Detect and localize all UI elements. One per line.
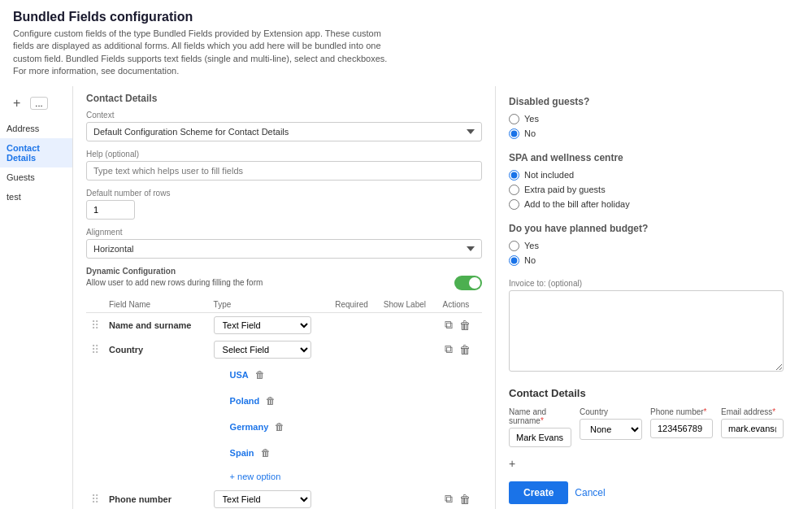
help-group: Help (optional) [86,150,482,181]
add-button[interactable]: + [7,93,27,114]
sidebar-header: + ... [0,93,72,119]
disabled-guests-no-radio[interactable] [509,128,519,139]
disabled-guests-title: Disabled guests? [509,96,784,107]
field-name-country: Country [104,337,209,362]
context-select[interactable]: Default Configuration Scheme for Contact… [86,122,482,141]
delete-btn-phone[interactable]: 🗑 [458,491,472,507]
spa-add-to-bill-label: Add to the bill after holiday [524,199,630,209]
sub-option-spain: Spain 🗑 [214,443,477,463]
sub-option-germany: Germany 🗑 [214,417,477,437]
alignment-select[interactable]: Horizontal [86,239,482,259]
col-required: Required [330,297,379,313]
budget-yes-label: Yes [524,241,539,250]
invoice-textarea[interactable] [509,290,784,372]
spa-extra-paid[interactable]: Extra paid by guests [509,185,784,195]
spa-add-to-bill-radio[interactable] [509,199,519,210]
spa-not-included[interactable]: Not included [509,170,784,181]
budget-no-radio[interactable] [509,255,519,266]
cd-field-country: Country None [580,407,642,447]
disabled-guests-yes-label: Yes [524,114,539,124]
sidebar: + ... Address Contact Details Guests tes… [0,86,73,509]
create-button[interactable]: Create [509,481,568,504]
help-input[interactable] [86,161,482,181]
plus-icon: + [509,457,515,470]
disabled-guests-no[interactable]: No [509,128,784,139]
cd-input-name[interactable] [509,428,571,447]
copy-btn-phone[interactable]: ⧉ [443,490,454,507]
copy-btn-name-surname[interactable]: ⧉ [443,316,454,333]
sidebar-item-address[interactable]: Address [0,119,72,138]
sidebar-item-guests[interactable]: Guests [0,167,72,187]
spa-title: SPA and wellness centre [509,152,784,163]
drag-handle[interactable]: ⠿ [86,312,104,337]
budget-yes[interactable]: Yes [509,241,784,251]
cd-row-1: Name and surname* Country None Phone num… [509,407,784,447]
delete-sub-option-poland[interactable]: 🗑 [264,394,277,408]
disabled-guests-yes-radio[interactable] [509,114,519,124]
contact-details-preview: Contact Details Name and surname* Countr… [509,387,784,504]
dots-button[interactable]: ... [30,97,47,110]
cd-field-name: Name and surname* [509,407,571,447]
budget-no[interactable]: No [509,255,784,266]
alignment-group: Alignment Horizontal [86,228,482,259]
cd-field-phone: Phone number* [650,407,713,447]
sub-option-row-poland: Poland 🗑 [86,388,482,414]
planned-budget-options: Yes No [509,241,784,266]
alignment-label: Alignment [86,228,482,237]
spa-section: SPA and wellness centre Not included Ext… [509,152,784,210]
sidebar-item-contact-details[interactable]: Contact Details [0,138,72,167]
spa-extra-paid-radio[interactable] [509,185,519,195]
delete-btn-name-surname[interactable]: 🗑 [458,317,472,333]
col-showlabel: Show Label [379,297,438,313]
col-actions: Actions [438,297,482,313]
cd-select-country[interactable]: None [580,419,642,440]
type-select-country[interactable]: Select Field [214,341,311,359]
drag-handle[interactable]: ⠿ [86,337,104,362]
default-rows-group: Default number of rows [86,189,482,220]
budget-yes-radio[interactable] [509,241,519,251]
disabled-guests-section: Disabled guests? Yes No [509,96,784,139]
section-title: Contact Details [86,93,482,104]
sub-option-germany-label: Germany [230,422,269,432]
delete-sub-option-spain[interactable]: 🗑 [259,446,272,460]
copy-btn-country[interactable]: ⧉ [443,341,454,358]
actions-country: ⧉ 🗑 [443,341,477,358]
contact-details-preview-title: Contact Details [509,387,784,399]
cd-input-email[interactable] [721,419,784,438]
dynamic-config-toggle[interactable] [454,276,482,290]
delete-btn-country[interactable]: 🗑 [458,342,472,358]
add-option-link[interactable]: + new option [214,469,477,484]
page-title: Bundled Fields configuration [0,0,812,28]
drag-handle[interactable]: ⠿ [86,487,104,509]
table-row: ⠿ Name and surname Text Field [86,312,482,337]
delete-sub-option-germany[interactable]: 🗑 [273,420,286,434]
dynamic-config-title: Dynamic Configuration [86,267,482,276]
spa-extra-paid-label: Extra paid by guests [524,185,606,194]
cd-add-row-button[interactable]: + [509,454,784,473]
col-drag [86,297,104,313]
invoice-label: Invoice to: (optional) [509,279,784,288]
planned-budget-title: Do you have planned budget? [509,223,784,234]
type-select-phone[interactable]: Text Field [214,490,311,508]
cd-input-phone[interactable] [650,419,713,438]
disabled-guests-yes[interactable]: Yes [509,114,784,124]
delete-sub-option-usa[interactable]: 🗑 [254,368,267,382]
dynamic-config: Dynamic Configuration Allow user to add … [86,267,482,290]
planned-budget-section: Do you have planned budget? Yes No [509,223,784,266]
spa-not-included-radio[interactable] [509,170,519,181]
default-rows-input[interactable] [86,200,135,220]
sidebar-item-test[interactable]: test [0,187,72,207]
spa-add-to-bill[interactable]: Add to the bill after holiday [509,199,784,210]
sub-option-usa-label: USA [230,370,249,380]
cancel-button[interactable]: Cancel [575,481,605,504]
cd-label-phone: Phone number* [650,407,713,416]
actions-name-surname: ⧉ 🗑 [443,316,477,333]
type-select-name-surname[interactable]: Text Field [214,316,311,334]
table-row: ⠿ Phone number Text Field [86,487,482,509]
add-option-row: + new option [86,466,482,487]
cd-field-email: Email address* [721,407,784,447]
budget-no-label: No [524,255,536,265]
sub-option-row-germany: Germany 🗑 [86,414,482,440]
sub-option-row-spain: Spain 🗑 [86,440,482,466]
col-fieldname: Field Name [104,297,209,313]
